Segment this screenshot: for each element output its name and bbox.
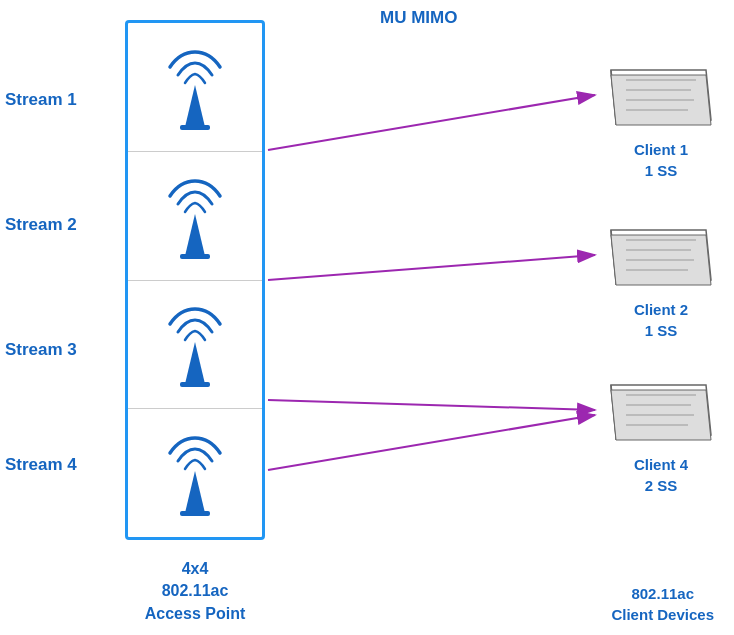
client-4-label: Client 4 2 SS [634,454,688,496]
client-2-device: Client 2 1 SS [606,215,716,341]
antenna-1 [128,23,262,152]
diagram-container: MU MIMO Stream 1 Stream 2 Stream 3 Strea… [0,0,734,635]
client-1-device: Client 1 1 SS [606,55,716,181]
client-1-label: Client 1 1 SS [634,139,688,181]
access-point-box [125,20,265,540]
svg-rect-5 [180,382,210,387]
antenna-3 [128,281,262,410]
stream-4-label: Stream 4 [5,455,77,475]
svg-line-33 [268,415,595,470]
svg-rect-3 [180,254,210,259]
client-4-device: Client 4 2 SS [606,370,716,496]
svg-rect-7 [180,511,210,516]
svg-line-32 [268,400,595,410]
client-devices-label: 802.11ac Client Devices [611,583,714,625]
svg-marker-2 [185,214,205,256]
svg-rect-1 [180,125,210,130]
svg-line-30 [268,95,595,150]
stream-3-label: Stream 3 [5,340,77,360]
mu-mimo-label: MU MIMO [380,8,457,28]
stream-2-label: Stream 2 [5,215,77,235]
svg-marker-0 [185,85,205,127]
antenna-4 [128,409,262,537]
stream-1-label: Stream 1 [5,90,77,110]
svg-line-31 [268,255,595,280]
client-2-label: Client 2 1 SS [634,299,688,341]
svg-marker-4 [185,342,205,384]
svg-marker-6 [185,471,205,513]
antenna-2 [128,152,262,281]
ap-label: 4x4 802.11ac Access Point [125,558,265,625]
